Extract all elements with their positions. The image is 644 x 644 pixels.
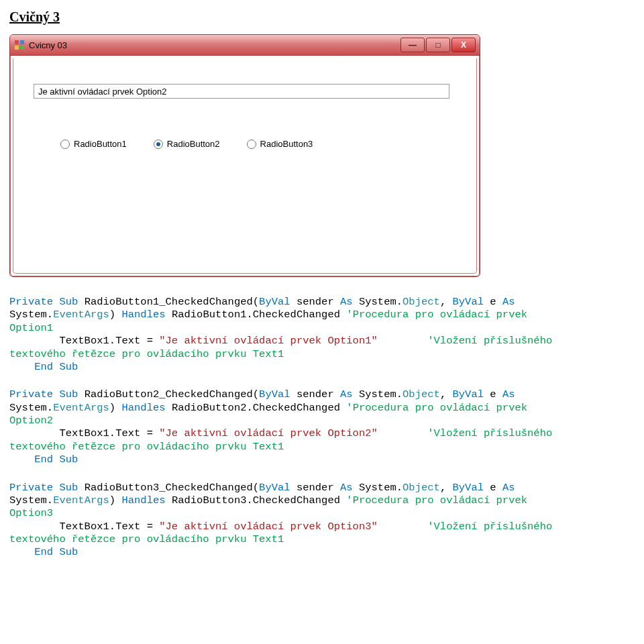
radio-label: RadioButton3 — [260, 139, 313, 149]
app-icon — [14, 40, 25, 50]
code-block-3: Private Sub RadioButton3_CheckedChanged(… — [9, 482, 635, 559]
close-button[interactable]: X — [451, 38, 476, 52]
maximize-button[interactable]: □ — [426, 38, 450, 52]
svg-rect-0 — [15, 40, 19, 44]
window-buttons: — □ X — [400, 38, 476, 52]
radio-icon — [154, 140, 163, 149]
form-client-area: RadioButton1 RadioButton2 RadioButton3 — [13, 58, 477, 274]
minimize-icon: — — [409, 40, 417, 50]
radiobutton1[interactable]: RadioButton1 — [60, 139, 127, 149]
textbox1[interactable] — [34, 84, 449, 99]
svg-rect-3 — [20, 46, 24, 50]
code-block-2: Private Sub RadioButton2_CheckedChanged(… — [9, 388, 635, 466]
svg-rect-2 — [15, 46, 19, 50]
radio-icon — [247, 140, 256, 149]
radio-label: RadioButton2 — [167, 139, 220, 149]
form-window: Cvicny 03 — □ X RadioButton1 RadioButton… — [9, 34, 480, 277]
radiobutton3[interactable]: RadioButton3 — [247, 139, 313, 149]
page-title: Cvičný 3 — [9, 9, 635, 25]
minimize-button[interactable]: — — [400, 38, 425, 52]
code-block-1: Private Sub RadioButton1_CheckedChanged(… — [9, 296, 635, 374]
svg-rect-1 — [20, 40, 24, 44]
titlebar[interactable]: Cvicny 03 — □ X — [10, 35, 480, 56]
maximize-icon: □ — [435, 40, 440, 50]
radio-group: RadioButton1 RadioButton2 RadioButton3 — [60, 139, 313, 149]
radio-icon — [60, 140, 70, 149]
radiobutton2[interactable]: RadioButton2 — [154, 139, 220, 149]
window-title: Cvicny 03 — [29, 40, 400, 50]
radio-label: RadioButton1 — [74, 139, 127, 149]
close-icon: X — [461, 40, 466, 50]
